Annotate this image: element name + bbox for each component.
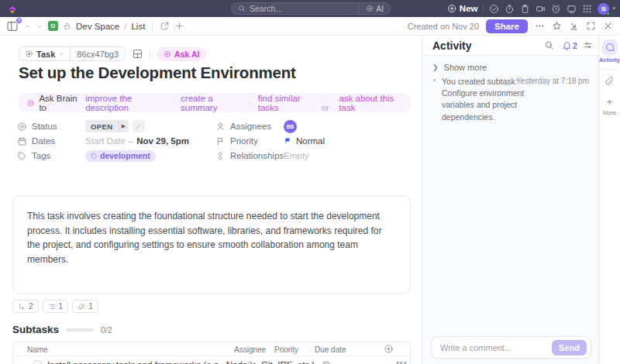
field-assignees-value: BB [284, 119, 297, 133]
calendar-icon [17, 136, 27, 146]
status-open-badge[interactable]: OPEN ▶ [85, 120, 129, 132]
topbar-actions: New B ▾ [447, 0, 615, 17]
activity-panel: Activity 2 ❯ Show more You created subta… [423, 36, 598, 364]
toolbar-right: Created on Nov 20 Share [408, 19, 613, 33]
collapse-panel-icon[interactable] [569, 21, 579, 31]
space-avatar[interactable]: D [48, 21, 58, 31]
brain-sparkle-icon [26, 98, 34, 108]
checklist-icon [48, 303, 56, 311]
send-button[interactable]: Send [552, 340, 587, 355]
subtasks-count-pill[interactable]: 2 [12, 300, 39, 313]
subtask-status-icon[interactable] [33, 360, 42, 364]
activity-tab-button[interactable] [602, 39, 618, 55]
notifications-bell-icon[interactable] [562, 40, 572, 50]
chevron-up-icon[interactable] [23, 22, 31, 30]
flag-icon [215, 136, 226, 146]
set-priority-flag-icon[interactable] [283, 360, 292, 364]
mark-complete-button[interactable]: ✓ [133, 120, 145, 132]
timer-icon[interactable] [505, 4, 515, 14]
new-button[interactable]: New [447, 4, 478, 13]
field-status-value: OPEN ▶ ✓ [85, 119, 145, 133]
task-toolbar: 3 D Dev Space / List Created on Nov 20 S… [0, 17, 620, 36]
status-next-icon[interactable]: ▶ [119, 120, 129, 132]
assignee-avatar[interactable]: BB [284, 120, 297, 133]
person-icon [215, 122, 226, 132]
field-relationships-label: Relationships [215, 149, 284, 163]
search-ai-button[interactable]: AI [359, 3, 390, 14]
set-due-date-icon[interactable] [322, 360, 331, 364]
attachments-count-pill[interactable]: 1 [72, 300, 98, 313]
add-view-icon[interactable] [174, 21, 184, 31]
ai-label: AI [377, 5, 384, 13]
clickup-logo-icon[interactable] [7, 3, 18, 14]
row-more-icon[interactable]: ••• [396, 358, 408, 364]
breadcrumb-list[interactable]: List [131, 22, 145, 31]
comment-input[interactable] [432, 337, 548, 358]
global-search[interactable]: Search... AI [231, 2, 391, 15]
right-rail: Activity + More [598, 36, 620, 364]
clipboard-icon[interactable] [520, 4, 530, 14]
tag-icon [91, 153, 98, 160]
subtask-name[interactable]: Install necessary tools and frameworks (… [47, 360, 315, 364]
todo-check-icon[interactable] [489, 4, 499, 14]
tag-development[interactable]: development [85, 150, 156, 162]
activity-search-icon[interactable] [544, 40, 554, 50]
improve-description-link[interactable]: improve the description [85, 94, 165, 112]
task-id[interactable]: 86cx47bg3 [70, 47, 125, 60]
column-priority[interactable]: Priority [274, 345, 298, 354]
ask-ai-button[interactable]: Ask AI [157, 47, 206, 61]
subtasks-progress-count: 0/2 [101, 325, 112, 335]
subtask-tree-icon[interactable] [132, 48, 143, 60]
field-priority-label: Priority [215, 134, 258, 148]
whiteboard-icon[interactable] [567, 4, 577, 14]
breadcrumb-space[interactable]: Dev Space [76, 22, 119, 31]
subtask-row[interactable]: Install necessary tools and frameworks (… [13, 356, 410, 364]
online-status-dot [606, 12, 610, 15]
clickup-task-window: Search... AI New B ▾ [0, 0, 620, 364]
find-similar-link[interactable]: find similar tasks [258, 94, 315, 112]
more-actions-icon[interactable] [535, 21, 545, 31]
field-assignees-label: Assignees [215, 119, 271, 133]
priority-flag-icon [284, 137, 292, 146]
add-column-icon[interactable] [384, 344, 394, 354]
search-placeholder: Search... [250, 4, 282, 13]
move-task-icon[interactable] [160, 21, 170, 31]
subtask-branch-icon [18, 303, 26, 311]
description-text: This task involves creating the foundati… [13, 196, 410, 267]
description-editor[interactable]: This task involves creating the foundati… [12, 195, 411, 294]
field-dates-value[interactable]: Start Date – Nov 29, 5pm [85, 134, 189, 148]
checklists-count-pill[interactable]: 1 [43, 300, 69, 313]
filter-icon[interactable] [583, 40, 593, 50]
assign-person-icon[interactable] [246, 360, 255, 364]
record-video-icon[interactable] [536, 4, 546, 14]
task-title[interactable]: Set up the Development Environment [19, 64, 296, 82]
add-tab-icon[interactable]: + [607, 97, 613, 107]
favorite-star-icon[interactable] [552, 21, 562, 31]
task-type-selector[interactable]: Task [19, 50, 70, 59]
avatar-caret-icon[interactable]: ▾ [612, 5, 615, 12]
chevron-down-icon[interactable] [36, 22, 43, 30]
item-counters: 2 1 1 [12, 300, 98, 313]
column-name[interactable]: Name [27, 345, 48, 354]
attachments-tab-icon[interactable] [604, 76, 615, 86]
start-date-label: Start Date [85, 136, 126, 146]
field-tags-label: Tags [17, 149, 50, 163]
create-summary-link[interactable]: create a summary [181, 94, 243, 112]
sidebar-toggle-icon[interactable]: 3 [6, 20, 19, 33]
column-assignee[interactable]: Assignee [234, 345, 266, 354]
reminder-clock-icon[interactable] [551, 4, 561, 14]
field-relationships-value[interactable]: Empty [284, 149, 309, 163]
field-priority-value[interactable]: Normal [284, 134, 325, 148]
share-button[interactable]: Share [486, 19, 528, 33]
show-more-toggle[interactable]: ❯ Show more [432, 63, 487, 72]
column-due-date[interactable]: Due date [315, 345, 346, 354]
user-avatar[interactable]: B [598, 3, 609, 15]
apps-grid-icon[interactable] [582, 4, 592, 14]
ask-about-task-link[interactable]: ask about this task [339, 94, 403, 112]
toolbar-left: 3 D Dev Space / List [6, 20, 184, 33]
task-detail-pane: Task 86cx47bg3 Ask AI Set up the Develop… [0, 36, 422, 364]
tag-icon [17, 151, 27, 161]
top-bar: Search... AI New B ▾ [0, 0, 620, 17]
close-icon[interactable] [603, 21, 613, 31]
fullscreen-icon[interactable] [586, 21, 596, 31]
